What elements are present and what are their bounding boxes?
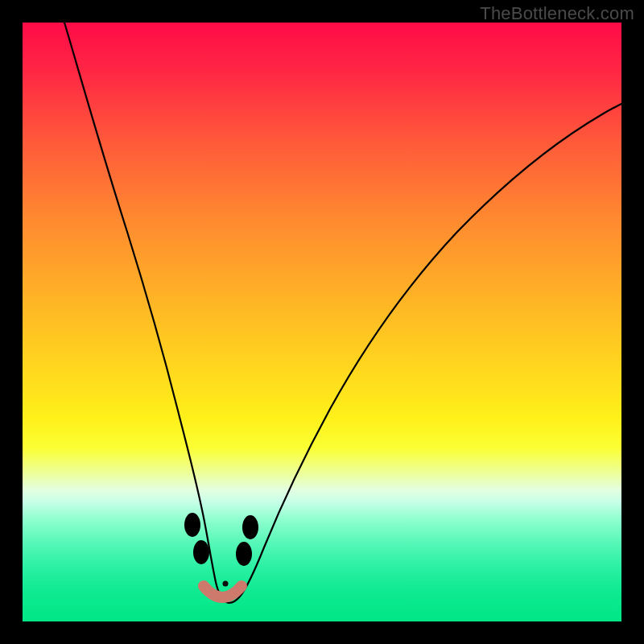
valley-dot: [223, 581, 229, 587]
marker-right-upper: [242, 515, 258, 539]
curve-path: [64, 23, 621, 603]
marker-right-lower: [236, 542, 252, 566]
chart-frame: TheBottleneck.com: [0, 0, 644, 644]
valley-bump: [204, 586, 242, 597]
marker-left-upper: [184, 513, 200, 537]
bottleneck-curve: [23, 23, 621, 621]
watermark-text: TheBottleneck.com: [480, 3, 634, 24]
plot-area: [23, 23, 621, 621]
marker-left-lower: [193, 540, 209, 564]
